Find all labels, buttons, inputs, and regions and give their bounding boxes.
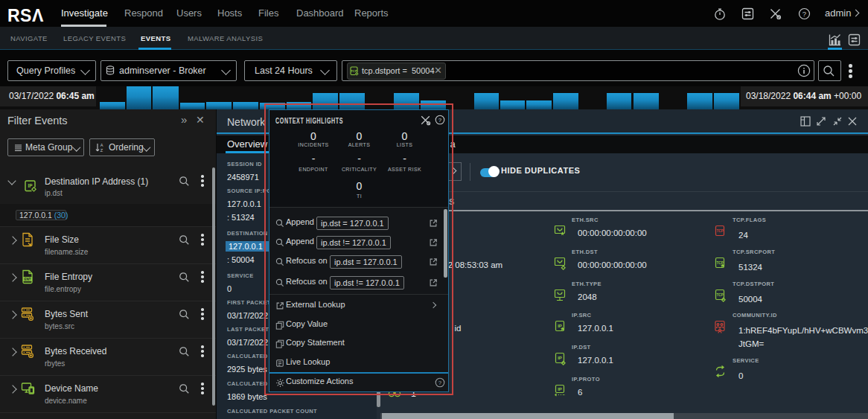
svg-text:TCP: TCP <box>716 229 723 233</box>
svg-text:A: A <box>100 143 103 147</box>
svg-text:?: ? <box>802 10 806 18</box>
svg-text:TCP: TCP <box>716 293 723 297</box>
svg-text:IP: IP <box>558 387 562 391</box>
svg-text:IP: IP <box>558 356 562 360</box>
svg-text:ENT: ENT <box>24 278 31 281</box>
svg-text:IP: IP <box>558 324 562 328</box>
svg-text:TCP: TCP <box>716 261 723 265</box>
svg-text:Z: Z <box>100 148 103 153</box>
svg-text:TCP: TCP <box>351 69 357 73</box>
